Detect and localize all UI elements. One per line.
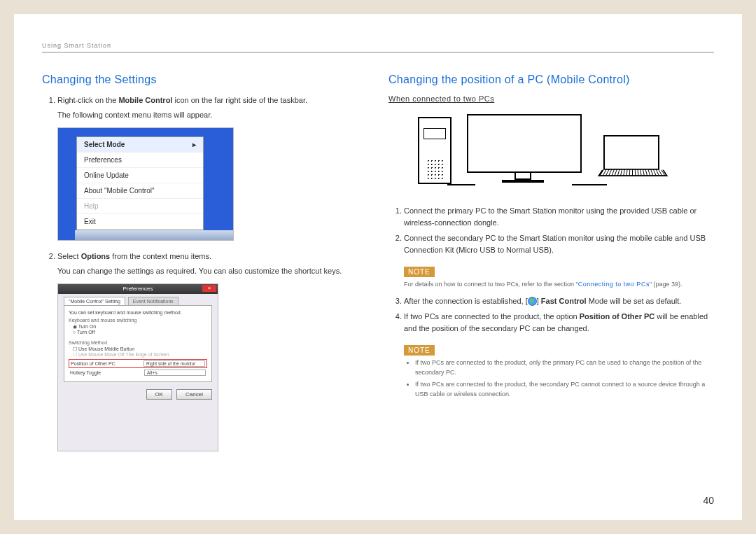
prefs-panel: You can set keyboard and mouse switching… [64,305,212,382]
menu-exit[interactable]: Exit [77,214,203,230]
hotkey-value[interactable]: Alt+s [144,370,206,376]
ok-button[interactable]: OK [146,389,173,400]
menu-preferences[interactable]: Preferences [77,153,203,168]
two-column-layout: Changing the Settings Right-click on the… [42,73,714,451]
connection-diagram [404,110,670,194]
right-step-4: If two PCs are connected to the product,… [404,311,714,334]
left-title: Changing the Settings [42,73,368,86]
close-icon[interactable]: × [202,285,216,292]
menu-select-mode[interactable]: Select Mode ▸ [77,137,203,153]
position-of-other-pc-row: Position of Other PC Right side of the m… [69,359,207,368]
right-step-2: Connect the secondary PC to the Smart St… [404,232,714,255]
radio-turn-off[interactable]: ○ Turn Off [73,330,207,335]
cable-icon [572,184,607,185]
link-connecting-two-pcs[interactable]: Connecting to two PCs [578,281,650,288]
radio-turn-on[interactable]: ◉ Turn On [73,324,207,330]
tab-event-notifications[interactable]: Event Notifications [128,297,178,305]
taskbar [75,230,233,240]
left-column: Changing the Settings Right-click on the… [42,73,368,451]
right-title: Changing the position of a PC (Mobile Co… [388,73,714,86]
globe-icon [528,297,537,306]
context-menu: Select Mode ▸ Preferences Online Update … [76,136,204,230]
prefs-titlebar: Preferences × [58,284,218,294]
manual-page: Using Smart Station Changing the Setting… [14,14,742,520]
position-select[interactable]: Right side of the monitor [144,360,205,367]
chk-middle-button[interactable]: ☐ Use Mouse Middle Button [73,346,207,352]
note-badge: NOTE [404,345,435,356]
menu-online-update[interactable]: Online Update [77,168,203,183]
right-step-1: Connect the primary PC to the Smart Stat… [404,205,714,228]
menu-help[interactable]: Help [77,199,203,214]
hotkey-row: Hotkey Toggle Alt+s [69,370,207,376]
menu-about[interactable]: About "Mobile Control" [77,183,203,199]
monitor-icon [467,114,579,181]
cancel-button[interactable]: Cancel [176,389,212,400]
left-step-2: Select Options from the context menu ite… [57,251,368,276]
right-column: Changing the position of a PC (Mobile Co… [388,73,714,451]
note-1-text: For details on how to connect to two PCs… [404,280,714,290]
laptop-icon [600,135,663,181]
right-subhead: When connected to two PCs [388,94,714,103]
note-badge: NOTE [404,267,435,277]
right-step-3: After the connection is established, [] … [404,295,714,307]
chk-edge-screen[interactable]: ☐ Use Mouse Move Off The Edge of Screen [73,352,207,358]
chevron-right-icon: ▸ [192,141,196,148]
cable-icon [447,184,475,185]
context-menu-screenshot: Select Mode ▸ Preferences Online Update … [57,127,234,241]
preferences-screenshot: Preferences × "Mobile Control" Setting E… [57,283,218,451]
note-2-text: If two PCs are connected to the product,… [404,358,714,399]
page-number: 40 [703,495,714,506]
section-header: Using Smart Station [42,42,714,52]
left-step-1: Right-click on the Mobile Control icon o… [57,94,368,120]
pc-tower-icon [418,117,451,184]
tab-mobile-control-setting[interactable]: "Mobile Control" Setting [64,297,125,305]
